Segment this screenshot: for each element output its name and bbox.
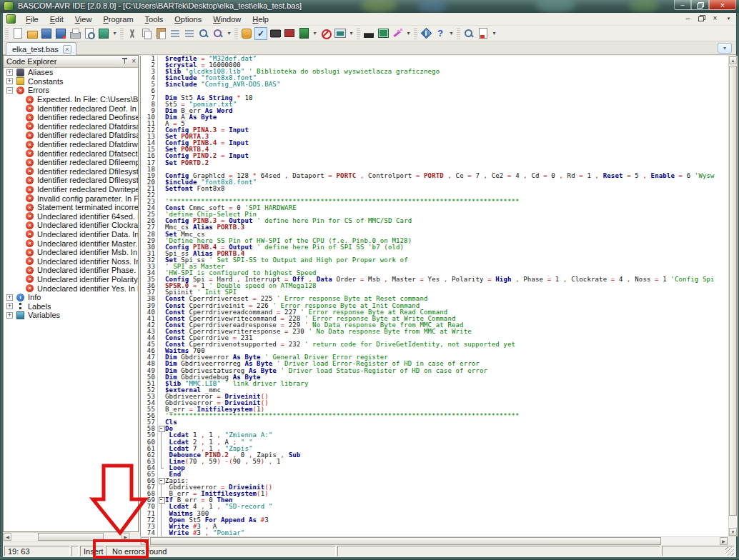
error-item[interactable]: ×Undeclared identifier Yes. In File: (4, 284, 138, 293)
hscroll-thumb[interactable] (38, 533, 104, 541)
error-item[interactable]: ×Undeclared identifier Msb. In File: (4, 248, 138, 257)
tree-node-info[interactable]: +iInfo (4, 293, 138, 302)
menu-view[interactable]: View (69, 14, 98, 25)
tree-node-errors[interactable]: −×Errors (4, 86, 138, 95)
code-line[interactable]: 71 Waitms 300 (141, 511, 728, 517)
simulate-icon[interactable] (297, 27, 310, 40)
code-line[interactable]: 18 (141, 166, 728, 173)
menu-window[interactable]: Window (207, 14, 247, 25)
error-item[interactable]: ×Identifier redeclared Dfatdirsavear (4, 122, 138, 131)
code-line[interactable]: 45Const Cperrdrivenotsupported = 232 ' r… (141, 341, 728, 348)
code-editor[interactable]: 1$regfile = "M32def.dat"2$crystal = 1600… (140, 56, 728, 536)
code-line[interactable]: 48Dim Gbdriveerrorreg As Byte ' Driver l… (141, 361, 728, 367)
code-line[interactable]: 58Do (141, 426, 728, 432)
error-item[interactable]: ×Identifier redeclared Dwritependin (4, 185, 138, 194)
chip-select-icon[interactable] (269, 27, 282, 40)
fold-toggle-icon[interactable] (158, 497, 165, 504)
code-line[interactable]: 25'define Chip-Select Pin (141, 211, 728, 218)
code-line[interactable]: 73 Write #3 , A (141, 524, 728, 530)
code-line[interactable]: 50Dim Gbdrivedebug As Byte (141, 374, 728, 381)
code-line[interactable]: 2$crystal = 16000000 (141, 62, 728, 69)
scroll-down-icon[interactable]: ▼ (729, 528, 737, 536)
mdi-caret-icon[interactable]: ▾ (724, 16, 733, 21)
code-line[interactable]: 62 Debounce PIND.2 , 0 , Zapis , Sub (141, 452, 728, 459)
code-line[interactable]: 43Const Cperrdrivewriteresponse = 230 ' … (141, 329, 728, 335)
error-item[interactable]: ×Identifier redeclared Dfilesystemsu (4, 176, 138, 185)
code-line[interactable]: 15Set PORTB.4 (141, 146, 728, 153)
code-line[interactable]: 33' SPI as Master (141, 264, 728, 270)
code-line[interactable]: 74 Write #3 , "Pomiar" (141, 530, 728, 536)
paste-icon[interactable] (154, 27, 167, 40)
error-item[interactable]: ×Undeclared identifier Phase. In Fil (4, 266, 138, 275)
code-line[interactable]: 54Gbdriveerror = Driveinit() (141, 400, 728, 406)
syntax-check-icon[interactable] (240, 27, 253, 40)
code-line[interactable]: 10Dim A As Byte (141, 114, 728, 121)
code-line[interactable]: 65 End (141, 471, 728, 478)
code-line[interactable]: 52$external _mmc (141, 387, 728, 394)
code-line[interactable]: 56'*************************************… (141, 413, 728, 419)
code-line[interactable]: 37Spiinit ' Init SPI (141, 289, 728, 296)
pin-icon[interactable] (121, 57, 128, 65)
code-line[interactable]: 61 Lcdat 7 , 1 , "Zapis" (141, 446, 728, 452)
code-line[interactable]: 42Const Cperrdrivereadresponse = 229 ' N… (141, 322, 728, 329)
tree-node-labels[interactable]: +Labels (4, 301, 138, 311)
code-line[interactable]: 21Setfont Font8x8 (141, 186, 728, 192)
resize-grip[interactable] (725, 547, 734, 556)
vscroll-thumb[interactable] (729, 66, 737, 516)
ice-icon[interactable] (377, 27, 390, 40)
code-line[interactable]: 32Set Spi_ss ' Set SPI-SS to Output and … (141, 257, 728, 264)
code-line[interactable]: 38Const Cperrdrivereset = 225 ' Error re… (141, 296, 728, 302)
tree-node-constants[interactable]: +Constants (4, 77, 138, 86)
find-replace-icon[interactable] (212, 27, 224, 40)
code-line[interactable]: 53Gbdriveerror = Driveinit() (141, 394, 728, 400)
code-line[interactable]: 34'HW-SPI is configured to highest Speed (141, 270, 728, 276)
code-line[interactable]: 46Waitms 700 (141, 348, 728, 354)
minimize-button[interactable]: – (674, 0, 691, 10)
code-line[interactable]: 57Cls (141, 419, 728, 426)
save-file-icon[interactable] (40, 27, 53, 40)
find-icon[interactable] (197, 27, 210, 40)
code-line[interactable]: 5$include "Config_AVR-DOS.BAS" (141, 81, 728, 88)
error-item[interactable]: ×Identifier redeclared Deofinsector (4, 113, 138, 122)
code-line[interactable]: 55B_err = Initfilesystem(1) (141, 406, 728, 413)
code-line[interactable]: 36SPSR.0 = 1 ' Double speed on ATMega128 (141, 283, 728, 289)
menu-file[interactable]: File (20, 14, 44, 25)
error-item[interactable]: ×Undeclared identifier Data. In File: (4, 230, 138, 239)
dropdown-caret-icon[interactable]: ▾ (491, 27, 497, 40)
code-line[interactable]: 3$lib "glcdks108.lib" ' Biblioteka do ob… (141, 69, 728, 75)
code-line[interactable]: 11A = 5 (141, 121, 728, 127)
code-line[interactable]: 9Dim B_err As Word (141, 108, 728, 114)
code-line[interactable]: 7Dim St5 As String * 10 (141, 95, 728, 101)
code-line[interactable]: 60 Lcdat 2 , 1 , A ; " " (141, 439, 728, 446)
dropdown-caret-icon[interactable]: ▾ (448, 27, 455, 40)
new-file-icon[interactable] (11, 27, 24, 40)
dropdown-caret-icon[interactable]: ▾ (348, 27, 354, 40)
code-line[interactable]: 31Spi_ss Alias PORTB.4 (141, 251, 728, 257)
error-item[interactable]: ×Identifier redeclared Dfatdirsaveat (4, 131, 138, 140)
error-item[interactable]: ×Identifier redeclared Dfatsector. I (4, 149, 138, 158)
scroll-up-icon[interactable]: ▲ (729, 56, 737, 64)
panel-close-icon[interactable]: × (132, 57, 136, 65)
code-line[interactable]: 30Config PINB.4 = Output ' define here P… (141, 244, 728, 251)
unindent-icon[interactable] (169, 27, 182, 40)
code-line[interactable]: 69If B_err = 0 Then (141, 497, 728, 504)
scroll-left-icon[interactable]: ◀ (141, 537, 149, 545)
editor-vscrollbar[interactable]: ▲ ▼ (728, 56, 738, 536)
compile-icon[interactable]: ✓ (254, 27, 267, 40)
code-line[interactable]: 59 Lcdat 1 , 1 , "Zmienna A:" (141, 432, 728, 439)
menu-options[interactable]: Options (169, 14, 207, 25)
code-line[interactable]: 28Set Mmc_cs (141, 231, 728, 238)
code-line[interactable]: 63 Line(70 , 59) -(90 , 59) , 1 (141, 459, 728, 465)
pin-layout-icon[interactable] (283, 27, 296, 40)
code-line[interactable]: 40Const Cperrdrivereadcommand = 227 ' Er… (141, 309, 728, 316)
error-item[interactable]: ×Undeclared identifier Clockrate. In (4, 221, 138, 230)
code-line[interactable]: 70 Lcdat 4 , 1 , "SD-record " (141, 504, 728, 510)
error-item[interactable]: ×Undeclared identifier Polarity. In F (4, 275, 138, 284)
mdi-restore-button[interactable] (697, 14, 706, 22)
error-item[interactable]: ×Expected. In File: C:\Users\BARTe (4, 95, 138, 104)
mdi-close-button[interactable]: × (710, 14, 720, 22)
error-item[interactable]: ×Identifier redeclared Dfatdirwritep (4, 140, 138, 149)
terminal-icon[interactable] (334, 27, 347, 40)
expand-icon[interactable]: + (6, 78, 13, 84)
code-line[interactable]: 49Dim Gbdrivestatusreg As Byte ' Driver … (141, 368, 728, 374)
